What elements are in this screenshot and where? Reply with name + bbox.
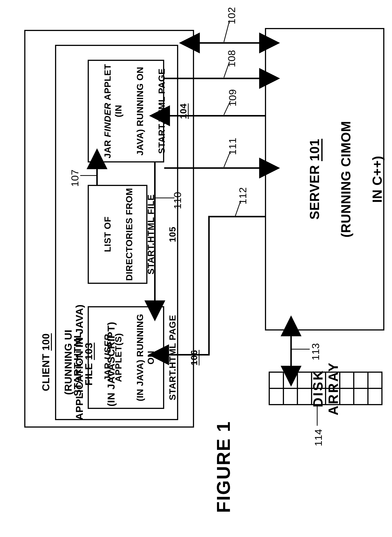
ref-110: 110 [172,188,183,209]
connectors [0,0,392,537]
diagram-page: CLIENT 100 (RUNNING UI APPLICATION IN JA… [0,0,392,537]
ref-102: 102 [226,4,237,24]
ref-113: 113 [310,340,321,360]
ref-111: 111 [227,134,238,155]
ref-112: 112 [237,184,248,204]
ref-109: 109 [227,86,238,106]
figure-title: FIGURE 1 [213,415,239,519]
ref-114: 114 [313,426,324,446]
ref-107: 107 [69,166,81,187]
ref-108: 108 [226,47,237,67]
